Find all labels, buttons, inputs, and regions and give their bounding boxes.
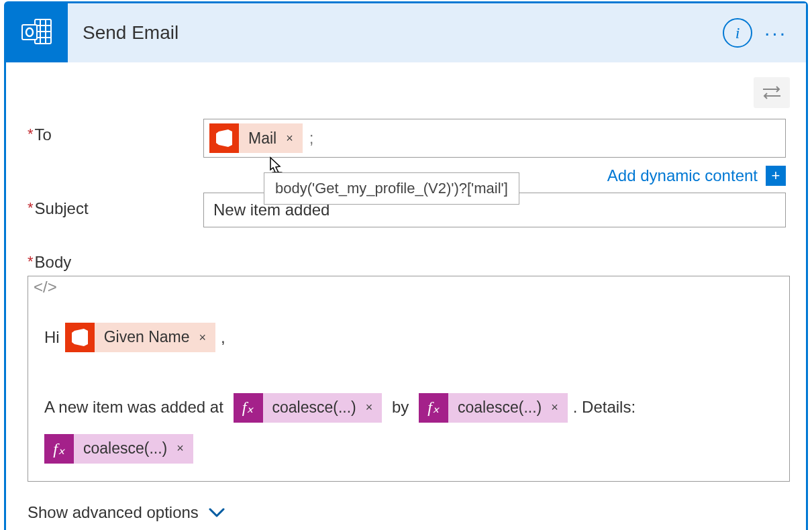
required-asterisk: * <box>28 253 34 270</box>
add-dynamic-content-link[interactable]: Add dynamic content <box>607 166 758 185</box>
svg-rect-6 <box>22 25 37 40</box>
token-mail[interactable]: Mail × <box>209 123 303 153</box>
add-dynamic-content-button[interactable]: + <box>766 166 786 186</box>
show-advanced-toggle[interactable]: Show advanced options <box>28 503 790 522</box>
chevron-down-icon <box>208 507 225 518</box>
token-remove-button[interactable]: × <box>551 392 568 423</box>
info-button[interactable]: i <box>723 18 752 48</box>
office-icon <box>209 123 239 153</box>
action-card: Send Email i ··· *To <box>4 1 808 530</box>
to-row: *To Mail × ; <box>28 119 790 186</box>
token-coalesce-3[interactable]: fₓ coalesce(...) × <box>44 434 193 464</box>
separator: ; <box>309 129 314 148</box>
token-label: coalesce(...) <box>263 388 366 428</box>
token-given-name[interactable]: Given Name × <box>65 323 215 352</box>
body-label: *Body <box>28 253 790 272</box>
token-remove-button[interactable]: × <box>176 433 193 464</box>
token-label: Mail <box>239 129 286 148</box>
body-editor[interactable]: </> Hi Given Name × , <box>28 276 790 482</box>
outlook-icon <box>6 3 68 62</box>
required-asterisk: * <box>28 125 34 142</box>
card-body: *To Mail × ; <box>6 62 806 530</box>
token-label: coalesce(...) <box>448 388 551 428</box>
fx-icon: fₓ <box>234 393 263 423</box>
token-remove-button[interactable]: × <box>286 131 303 146</box>
to-label: *To <box>28 119 203 144</box>
token-label: Given Name <box>95 317 199 358</box>
token-remove-button[interactable]: × <box>366 392 383 423</box>
card-title: Send Email <box>83 22 723 44</box>
fx-icon: fₓ <box>44 434 74 464</box>
token-coalesce-1[interactable]: fₓ coalesce(...) × <box>234 393 383 423</box>
subject-label: *Subject <box>28 193 203 218</box>
code-view-toggle[interactable]: </> <box>28 276 62 297</box>
swap-button[interactable] <box>754 77 790 108</box>
required-asterisk: * <box>28 199 34 216</box>
to-input[interactable]: Mail × ; <box>203 119 786 158</box>
fx-icon: fₓ <box>419 393 448 423</box>
more-menu-button[interactable]: ··· <box>764 23 787 43</box>
token-remove-button[interactable]: × <box>199 322 216 354</box>
editor-content[interactable]: Hi Given Name × , A new item was added a… <box>28 297 789 481</box>
expression-tooltip: body('Get_my_profile_(V2)')?['mail'] <box>264 172 519 205</box>
office-icon <box>65 323 95 352</box>
token-label: coalesce(...) <box>74 429 176 469</box>
card-header: Send Email i ··· <box>6 3 806 62</box>
token-coalesce-2[interactable]: fₓ coalesce(...) × <box>419 393 568 423</box>
body-section: *Body </> Hi Given Name × , <box>28 253 790 482</box>
